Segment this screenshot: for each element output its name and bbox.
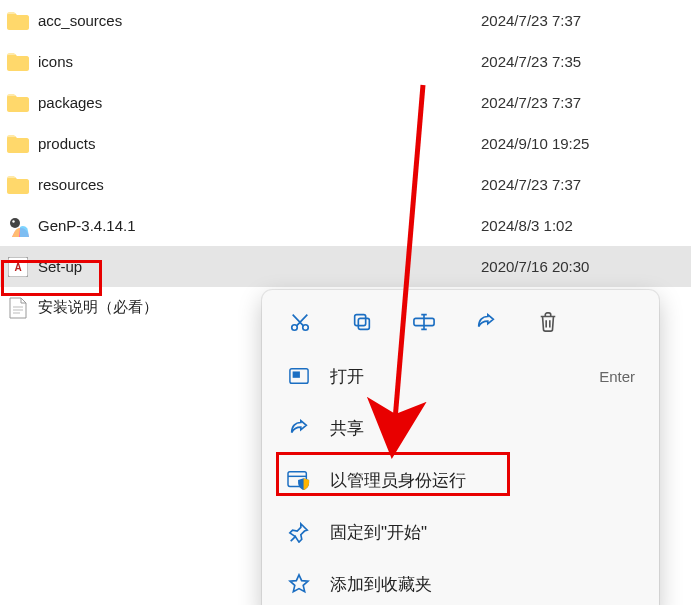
share-icon[interactable] (472, 308, 500, 336)
folder-icon (6, 173, 30, 197)
file-row[interactable]: packages 2024/7/23 7:37 (0, 82, 691, 123)
file-row[interactable]: products 2024/9/10 19:25 (0, 123, 691, 164)
svg-rect-11 (293, 371, 300, 377)
file-name: icons (38, 53, 471, 70)
svg-rect-8 (355, 315, 366, 326)
star-icon (286, 571, 312, 597)
folder-icon (6, 132, 30, 156)
file-date: 2024/7/23 7:37 (471, 94, 691, 111)
menu-item-run-as-admin[interactable]: 以管理员身份运行 (262, 454, 659, 506)
file-name: acc_sources (38, 12, 471, 29)
file-name: packages (38, 94, 471, 111)
rename-icon[interactable] (410, 308, 438, 336)
file-date: 2024/7/23 7:37 (471, 176, 691, 193)
file-date: 2024/8/3 1:02 (471, 217, 691, 234)
file-name: Set-up (38, 258, 471, 275)
file-date: 2024/7/23 7:37 (471, 12, 691, 29)
svg-point-6 (303, 325, 309, 331)
copy-icon[interactable] (348, 308, 376, 336)
menu-label: 固定到"开始" (330, 521, 635, 544)
file-row[interactable]: GenP-3.4.14.1 2024/8/3 1:02 (0, 205, 691, 246)
menu-item-pin-to-start[interactable]: 固定到"开始" (262, 506, 659, 558)
svg-text:A: A (14, 262, 21, 273)
folder-icon (6, 9, 30, 33)
menu-item-share[interactable]: 共享 (262, 402, 659, 454)
svg-point-2 (12, 220, 14, 222)
menu-item-add-favorites[interactable]: 添加到收藏夹 (262, 558, 659, 605)
menu-shortcut: Enter (599, 368, 635, 385)
text-file-icon (6, 296, 30, 320)
adobe-setup-icon: A (6, 255, 30, 279)
menu-label: 添加到收藏夹 (330, 573, 635, 596)
file-row[interactable]: acc_sources 2024/7/23 7:37 (0, 0, 691, 41)
file-row[interactable]: resources 2024/7/23 7:37 (0, 164, 691, 205)
folder-icon (6, 91, 30, 115)
svg-point-5 (292, 325, 298, 331)
open-icon (286, 363, 312, 389)
context-menu-toolbar (262, 298, 659, 350)
shield-admin-icon (286, 467, 312, 493)
file-name: products (38, 135, 471, 152)
menu-label: 共享 (330, 417, 635, 440)
file-row-selected[interactable]: A Set-up 2020/7/16 20:30 (0, 246, 691, 287)
file-list: acc_sources 2024/7/23 7:37 icons 2024/7/… (0, 0, 691, 328)
app-icon (6, 214, 30, 238)
folder-icon (6, 50, 30, 74)
delete-icon[interactable] (534, 308, 562, 336)
menu-label: 以管理员身份运行 (330, 469, 635, 492)
svg-rect-7 (358, 318, 369, 329)
file-row[interactable]: icons 2024/7/23 7:35 (0, 41, 691, 82)
file-date: 2020/7/16 20:30 (471, 258, 691, 275)
menu-item-open[interactable]: 打开 Enter (262, 350, 659, 402)
share-icon (286, 415, 312, 441)
context-menu: 打开 Enter 共享 以管理员身份运行 固定到"开始" 添加到收藏夹 (262, 290, 659, 605)
file-date: 2024/9/10 19:25 (471, 135, 691, 152)
menu-label: 打开 (330, 365, 599, 388)
file-name: resources (38, 176, 471, 193)
cut-icon[interactable] (286, 308, 314, 336)
file-name: GenP-3.4.14.1 (38, 217, 471, 234)
file-date: 2024/7/23 7:35 (471, 53, 691, 70)
pin-icon (286, 519, 312, 545)
